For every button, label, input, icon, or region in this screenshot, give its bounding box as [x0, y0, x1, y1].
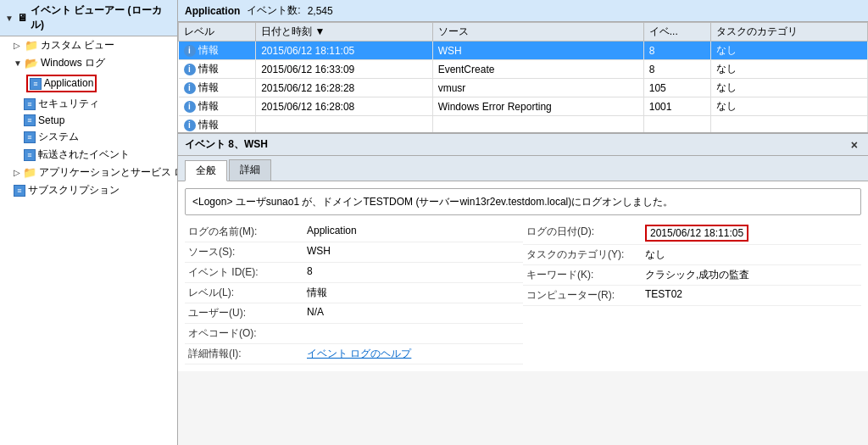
- table-row[interactable]: i 情報 2015/06/12 16:33:09 EventCreate 8 な…: [179, 60, 868, 79]
- sidebar-item-custom-view[interactable]: ▷ 📁 カスタム ビュー: [0, 36, 177, 54]
- folder-icon: 📁: [25, 39, 38, 52]
- cell-level: i 情報: [179, 79, 256, 97]
- detail-left-col: ログの名前(M): Application ソース(S): WSH イベント I…: [185, 222, 523, 364]
- sidebar-item-label: 転送されたイベント: [38, 147, 130, 162]
- cell-datetime: 2015/06/12 16:28:08: [256, 97, 433, 116]
- cell-datetime: 2015/06/12 16:28:28: [256, 79, 433, 97]
- folder-icon: 📁: [23, 166, 36, 179]
- cell-level: i 情報: [179, 60, 256, 79]
- detail-right-col: ログの日付(D): 2015/06/12 18:11:05 タスクのカテゴリ(Y…: [523, 222, 861, 364]
- info-icon: i: [184, 101, 196, 113]
- sidebar-item-app-service[interactable]: ▷ 📁 アプリケーションとサービス ログ: [0, 164, 177, 181]
- sidebar-item-application[interactable]: ≡ Application: [0, 72, 177, 95]
- event-message: <Logon> ユーザsunao1 が、ドメインTESTDOM (サーバーwin…: [192, 196, 673, 208]
- log-name-value: Application: [307, 225, 357, 239]
- log-icon: ≡: [24, 114, 36, 126]
- cell-event-id: 8: [643, 42, 711, 60]
- computer-label: コンピューター(R):: [526, 288, 645, 303]
- detail-row-source: ソース(S): WSH: [185, 242, 523, 263]
- table-row[interactable]: i 情報 2015/06/12 18:11:05 WSH 8 なし: [179, 42, 868, 60]
- detail-row-log-name: ログの名前(M): Application: [185, 222, 523, 242]
- log-icon: ≡: [24, 98, 36, 110]
- col-level[interactable]: レベル: [179, 23, 256, 42]
- detail-row-log-detail: 詳細情報(I): イベント ログのヘルプ: [185, 344, 523, 364]
- sidebar-item-security[interactable]: ≡ セキュリティ: [0, 95, 177, 113]
- sidebar-item-system[interactable]: ≡ システム: [0, 128, 177, 146]
- computer-icon: 🖥: [17, 12, 27, 24]
- detail-row-user: ユーザー(U): N/A: [185, 303, 523, 324]
- cell-source: [432, 116, 643, 133]
- log-name-label: ログの名前(M):: [188, 225, 307, 239]
- col-event-id[interactable]: イベ...: [643, 23, 711, 42]
- sidebar-item-subscription[interactable]: ≡ サブスクリプション: [0, 181, 177, 199]
- table-row[interactable]: i 情報: [179, 116, 868, 133]
- sidebar-header: ▼ 🖥 イベント ビューアー (ローカル): [0, 0, 177, 36]
- log-date-value: 2015/06/12 18:11:05: [645, 225, 748, 242]
- col-category[interactable]: タスクのカテゴリ: [711, 23, 868, 42]
- sidebar-item-forwarded[interactable]: ≡ 転送されたイベント: [0, 146, 177, 164]
- task-category-value: なし: [645, 248, 665, 262]
- content-area: Application イベント数: 2,545 レベル 日付と時刻 ▼ ソース…: [178, 0, 868, 445]
- sidebar: ▼ 🖥 イベント ビューアー (ローカル) ▷ 📁 カスタム ビュー ▼ 📂 W…: [0, 0, 178, 445]
- sidebar-item-label: セキュリティ: [38, 97, 99, 111]
- sidebar-item-label: カスタム ビュー: [41, 38, 114, 53]
- col-source[interactable]: ソース: [432, 23, 643, 42]
- tab-detail[interactable]: 詳細: [229, 159, 271, 181]
- cell-event-id: 1001: [643, 97, 711, 116]
- cell-category: なし: [711, 42, 868, 60]
- sidebar-item-windows-log[interactable]: ▼ 📂 Windows ログ: [0, 54, 177, 72]
- cell-event-id: 105: [643, 79, 711, 97]
- table-row[interactable]: i 情報 2015/06/12 16:28:08 Windows Error R…: [179, 97, 868, 116]
- event-count: 2,545: [308, 5, 333, 17]
- sidebar-item-label: Setup: [38, 114, 64, 126]
- detail-content: <Logon> ユーザsunao1 が、ドメインTESTDOM (サーバーwin…: [178, 181, 868, 371]
- event-id-label: イベント ID(E):: [188, 265, 307, 280]
- log-icon: ≡: [14, 185, 25, 197]
- log-detail-link[interactable]: イベント ログのヘルプ: [307, 347, 411, 361]
- expand-icon: ▼: [14, 58, 22, 68]
- detail-row-task-category: タスクのカテゴリ(Y): なし: [523, 245, 861, 265]
- source-label: ソース(S):: [188, 245, 307, 259]
- sidebar-header-label: イベント ビューアー (ローカル): [31, 3, 172, 32]
- cell-source: vmusr: [432, 79, 643, 97]
- cell-event-id: [643, 116, 711, 133]
- table-row[interactable]: i 情報 2015/06/12 16:28:28 vmusr 105 なし: [179, 79, 868, 97]
- event-table: レベル 日付と時刻 ▼ ソース イベ... タスクのカテゴリ i 情報 2015…: [178, 22, 868, 132]
- cell-level: i 情報: [179, 97, 256, 116]
- cell-source: EventCreate: [432, 60, 643, 79]
- content-header: Application イベント数: 2,545: [178, 0, 868, 22]
- user-label: ユーザー(U):: [188, 306, 307, 320]
- log-icon: ≡: [30, 78, 42, 90]
- level-value: 情報: [307, 286, 327, 300]
- detail-title: イベント 8、WSH: [185, 137, 268, 152]
- sidebar-item-label: Application: [44, 77, 94, 89]
- cell-event-id: 8: [643, 60, 711, 79]
- cell-level: i 情報: [179, 116, 256, 133]
- detail-row-event-id: イベント ID(E): 8: [185, 263, 523, 283]
- log-icon: ≡: [24, 149, 36, 161]
- sidebar-item-label: アプリケーションとサービス ログ: [39, 165, 178, 180]
- folder-icon: 📂: [25, 57, 38, 70]
- expand-icon: ▷: [14, 168, 20, 177]
- sidebar-item-label: サブスクリプション: [28, 183, 120, 197]
- detail-panel: イベント 8、WSH × 全般 詳細 <Logon> ユーザsunao1 が、ド…: [178, 132, 868, 445]
- detail-fields-grid: ログの名前(M): Application ソース(S): WSH イベント I…: [185, 222, 861, 364]
- detail-row-computer: コンピューター(R): TEST02: [523, 286, 861, 306]
- cell-datetime: [256, 116, 433, 133]
- tab-general[interactable]: 全般: [185, 160, 227, 181]
- keyword-value: クラシック,成功の監査: [645, 268, 749, 282]
- log-detail-label: 詳細情報(I):: [188, 347, 307, 361]
- event-count-label: イベント数:: [247, 3, 300, 18]
- col-datetime[interactable]: 日付と時刻 ▼: [256, 23, 433, 42]
- close-button[interactable]: ×: [848, 138, 861, 152]
- event-id-value: 8: [307, 265, 313, 280]
- sidebar-item-setup[interactable]: ≡ Setup: [0, 113, 177, 128]
- detail-row-keyword: キーワード(K): クラシック,成功の監査: [523, 265, 861, 286]
- computer-value: TEST02: [645, 288, 682, 303]
- cell-category: なし: [711, 97, 868, 116]
- log-date-label: ログの日付(D):: [526, 225, 645, 242]
- event-message-box: <Logon> ユーザsunao1 が、ドメインTESTDOM (サーバーwin…: [185, 188, 861, 215]
- expand-icon: ▼: [5, 14, 14, 23]
- cell-category: [711, 116, 868, 133]
- sidebar-item-label: Windows ログ: [41, 56, 105, 70]
